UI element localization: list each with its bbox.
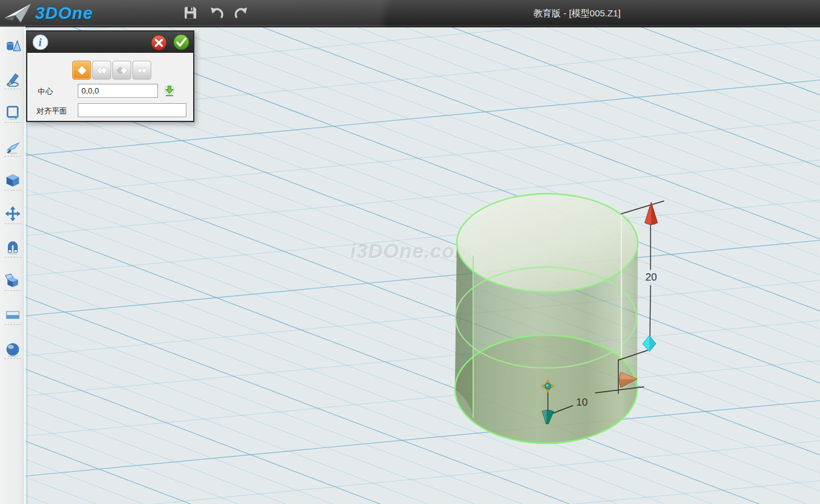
paper-plane-icon bbox=[4, 2, 32, 25]
undo-icon bbox=[209, 5, 225, 20]
app-logo: 3DOne bbox=[4, 1, 93, 26]
sidebar-separator bbox=[4, 156, 21, 157]
tool-trim[interactable] bbox=[5, 138, 21, 154]
sidebar-separator bbox=[4, 358, 21, 359]
magnet-icon bbox=[5, 239, 21, 255]
tool-sidebar bbox=[0, 27, 26, 504]
brand-name: 3DOne bbox=[35, 4, 93, 23]
align-plane-input[interactable] bbox=[78, 103, 186, 117]
pick-point-icon bbox=[163, 84, 176, 98]
redo-icon bbox=[233, 5, 249, 20]
boolean-subtract-button[interactable] bbox=[112, 61, 131, 80]
pick-point-button[interactable] bbox=[163, 84, 176, 98]
material-sphere-icon bbox=[5, 341, 21, 357]
tool-basic-solids[interactable] bbox=[5, 38, 21, 53]
basic-solids-icon bbox=[5, 38, 21, 53]
trim-knife-icon bbox=[5, 138, 21, 154]
base-diamond-icon bbox=[75, 63, 89, 78]
combine-cube-icon bbox=[5, 273, 21, 288]
feature-cube-icon bbox=[5, 172, 21, 188]
info-icon: i bbox=[32, 34, 49, 50]
tool-section[interactable] bbox=[5, 307, 21, 322]
shape-dialog: i bbox=[26, 30, 194, 122]
cancel-button[interactable] bbox=[151, 35, 167, 51]
tool-sketch[interactable] bbox=[5, 71, 21, 87]
move-arrows-icon bbox=[5, 206, 21, 222]
intersect-diamonds-icon bbox=[135, 63, 149, 78]
tool-render-material[interactable] bbox=[5, 341, 21, 357]
section-bar-icon bbox=[5, 307, 21, 322]
boolean-intersect-button[interactable] bbox=[132, 61, 151, 80]
document-title: 教育版 - [模型005.Z1] bbox=[425, 0, 729, 27]
radius-dimension-label[interactable]: 10 bbox=[576, 397, 588, 408]
boolean-add-button[interactable] bbox=[92, 61, 111, 80]
tool-move[interactable] bbox=[5, 206, 21, 222]
tool-combine[interactable] bbox=[5, 273, 21, 288]
tool-sketch-plane[interactable] bbox=[5, 104, 21, 120]
sidebar-separator bbox=[4, 190, 21, 191]
sidebar-separator bbox=[4, 324, 21, 325]
height-drag-arrow[interactable] bbox=[645, 202, 658, 225]
sidebar-separator bbox=[4, 257, 21, 257]
dialog-body: 中心 对齐平面 bbox=[27, 53, 193, 123]
subtract-diamonds-icon bbox=[115, 63, 129, 78]
center-field-label: 中心 bbox=[38, 87, 53, 97]
undo-button[interactable] bbox=[208, 3, 226, 22]
save-button[interactable] bbox=[181, 3, 199, 22]
boolean-mode-row bbox=[72, 61, 151, 80]
watermark: i3DOne.com bbox=[350, 240, 474, 262]
title-bar: 3DOne 教育版 - [模型005.Z1] bbox=[0, 0, 820, 27]
align-plane-field-label: 对齐平面 bbox=[36, 106, 67, 117]
tool-feature-modeling[interactable] bbox=[5, 172, 21, 188]
sidebar-separator bbox=[4, 89, 21, 89]
height-dimension-label[interactable]: 20 bbox=[646, 271, 657, 283]
redo-button[interactable] bbox=[232, 3, 250, 22]
sketch-pencil-icon bbox=[5, 71, 21, 87]
save-icon bbox=[183, 5, 197, 20]
svg-text:i: i bbox=[38, 36, 41, 49]
confirm-check-icon bbox=[173, 34, 190, 50]
confirm-button[interactable] bbox=[173, 34, 190, 50]
sidebar-separator bbox=[4, 122, 21, 123]
cylinder-object[interactable] bbox=[455, 194, 638, 443]
center-input[interactable] bbox=[78, 84, 158, 98]
application-window: i3DOne.com i3DOne.com bbox=[0, 0, 820, 504]
dialog-header: i bbox=[27, 32, 193, 53]
cancel-x-icon bbox=[151, 35, 167, 51]
sketch-plane-icon bbox=[5, 104, 21, 120]
add-diamonds-icon bbox=[95, 63, 109, 78]
boolean-base-button[interactable] bbox=[72, 61, 91, 80]
sidebar-separator bbox=[4, 290, 21, 291]
sidebar-separator bbox=[4, 223, 21, 224]
info-button[interactable]: i bbox=[32, 34, 49, 50]
tool-snap-magnet[interactable] bbox=[5, 239, 21, 255]
